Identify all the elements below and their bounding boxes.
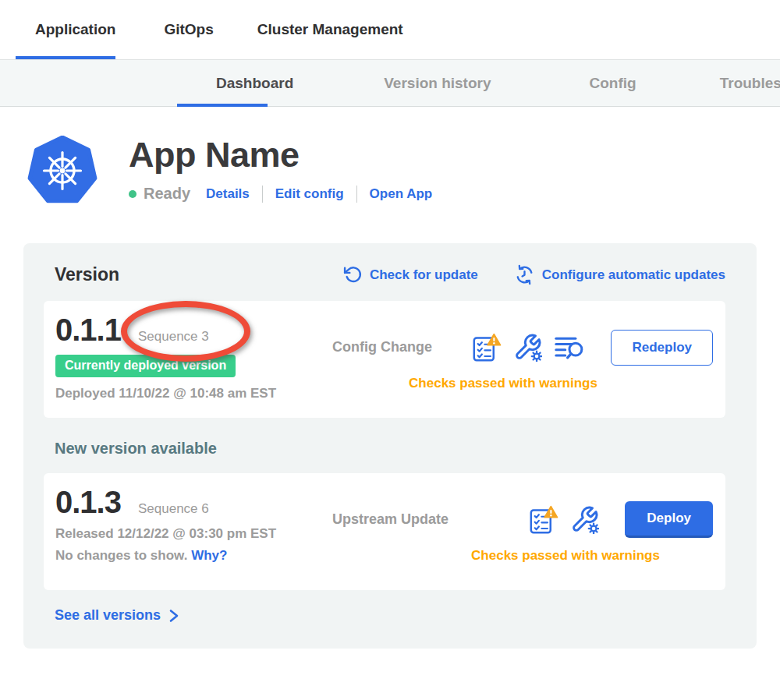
divider <box>262 186 263 203</box>
version-panel: Version Check for update <box>23 243 757 649</box>
new-version-heading: New version available <box>55 440 725 458</box>
divider <box>356 186 357 203</box>
tab-dashboard[interactable]: Dashboard <box>216 60 293 106</box>
chevron-right-icon <box>168 609 180 623</box>
preflight-checks-icon[interactable] <box>470 333 502 362</box>
open-app-link[interactable]: Open App <box>370 186 433 202</box>
see-all-versions-link[interactable]: See all versions <box>55 607 180 624</box>
page-title: App Name <box>129 136 432 175</box>
check-for-update-button[interactable]: Check for update <box>343 265 478 285</box>
config-wrench-icon[interactable] <box>513 333 542 362</box>
available-sequence-label: Sequence 6 <box>138 501 209 517</box>
auto-update-clock-icon <box>514 264 535 285</box>
tab-config[interactable]: Config <box>590 60 636 106</box>
app-header: App Name Ready Details Edit config Open … <box>0 107 780 206</box>
current-version-number: 0.1.1 <box>55 312 121 348</box>
tab-troubleshoot[interactable]: Troubleshoot <box>720 60 780 106</box>
preflight-status-text: Checks passed with warnings <box>332 548 713 564</box>
tab-application[interactable]: Application <box>35 0 115 59</box>
current-version-card: 0.1.1 Sequence 3 Currently deployed vers… <box>44 301 725 418</box>
no-changes-text: No changes to show. <box>55 548 187 563</box>
available-version-number: 0.1.3 <box>55 484 121 520</box>
currently-deployed-badge: Currently deployed version <box>55 355 236 377</box>
app-nav: Dashboard Version history Config Trouble… <box>0 59 780 107</box>
version-source-label: Config Change <box>332 339 432 355</box>
tab-gitops[interactable]: GitOps <box>164 0 213 59</box>
kubernetes-logo-icon <box>27 136 98 206</box>
version-section-title: Version <box>55 264 119 285</box>
deploy-button[interactable]: Deploy <box>625 501 713 538</box>
check-for-update-label: Check for update <box>370 267 478 283</box>
preflight-status-text: Checks passed with warnings <box>332 376 713 391</box>
edit-config-link[interactable]: Edit config <box>275 186 344 202</box>
preflight-checks-icon[interactable] <box>527 505 558 535</box>
deployed-timestamp: Deployed 11/10/22 @ 10:48 am EST <box>55 386 332 401</box>
redeploy-button[interactable]: Redeploy <box>611 330 713 366</box>
config-wrench-icon[interactable] <box>570 505 599 534</box>
refresh-icon <box>343 265 363 285</box>
status-label: Ready <box>144 185 190 203</box>
view-files-icon[interactable] <box>554 334 585 360</box>
tab-cluster-management[interactable]: Cluster Management <box>257 0 403 59</box>
version-source-label: Upstream Update <box>332 511 448 528</box>
available-version-card: 0.1.3 Sequence 6 Released 12/12/22 @ 03:… <box>44 473 725 590</box>
why-link[interactable]: Why? <box>191 548 227 563</box>
configure-automatic-updates-label: Configure automatic updates <box>542 267 725 283</box>
released-timestamp: Released 12/12/22 @ 03:30 pm EST <box>55 526 332 542</box>
status-dot <box>129 190 136 198</box>
configure-automatic-updates-button[interactable]: Configure automatic updates <box>514 264 725 285</box>
details-link[interactable]: Details <box>206 186 250 202</box>
current-sequence-label: Sequence 3 <box>138 329 209 345</box>
top-nav: Application GitOps Cluster Management <box>0 0 780 59</box>
tab-version-history[interactable]: Version history <box>384 60 491 106</box>
see-all-versions-label: See all versions <box>55 607 161 624</box>
